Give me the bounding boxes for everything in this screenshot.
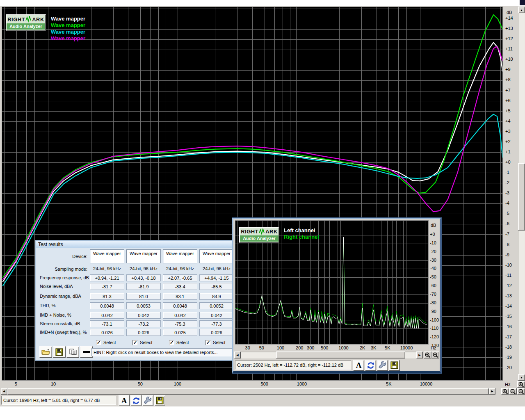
horizontal-scrollbar[interactable]: ◀ ▶ xyxy=(1,388,495,395)
y-tick-label: +4 xyxy=(505,119,511,124)
hz-axis-strip: 305010020030050010002K3K5K10000 xyxy=(235,345,429,351)
metric-value[interactable]: -73.2 xyxy=(126,320,161,327)
font-button[interactable]: A xyxy=(119,395,130,406)
open-results-button[interactable] xyxy=(39,346,52,358)
device-row-label: Device: xyxy=(35,254,87,259)
metric-value[interactable]: +0.43, -0.18 xyxy=(126,274,161,281)
metric-value[interactable]: 0.042 xyxy=(163,312,197,319)
y-tick-label: -16 xyxy=(505,324,512,329)
scroll-left-button[interactable]: ◀ xyxy=(234,352,241,358)
y-tick-label: -15 xyxy=(505,314,512,319)
scroll-left-button[interactable]: ◀ xyxy=(1,388,7,395)
y-tick-label: -18 xyxy=(505,345,512,350)
scroll-right-button[interactable]: ▶ xyxy=(489,388,495,395)
metric-value[interactable]: -85.5 xyxy=(199,283,234,290)
select-checkbox[interactable]: ✓ xyxy=(205,340,211,345)
horizontal-scrollbar[interactable]: ◀ ▶ xyxy=(234,352,423,358)
scroll-right-button[interactable]: ▶ xyxy=(416,352,423,358)
metric-value[interactable]: 81.3 xyxy=(90,293,124,300)
floppy-icon xyxy=(156,397,164,404)
x-tick-label: 10000 xyxy=(420,381,433,387)
y-tick-label: +7 xyxy=(505,88,511,93)
metric-label: IMD + Noise, % xyxy=(40,313,71,317)
refresh-button[interactable] xyxy=(130,395,142,406)
y-tick-label: -4 xyxy=(505,201,509,206)
test-results-titlebar[interactable]: Test results xyxy=(36,241,235,248)
vertical-zoom-in-button[interactable] xyxy=(517,381,525,388)
horizontal-scrollbar-thumb[interactable] xyxy=(7,388,489,395)
metric-value[interactable]: 0.026 xyxy=(126,329,161,336)
metric-value[interactable]: +0.94, -1.21 xyxy=(90,274,124,281)
metric-value[interactable]: 0.025 xyxy=(163,329,197,336)
metric-value[interactable]: -77.3 xyxy=(199,320,234,327)
settings-button[interactable] xyxy=(377,360,388,371)
metric-value[interactable]: -75.3 xyxy=(163,320,197,327)
metric-value[interactable]: 0.0052 xyxy=(199,302,234,309)
y-tick-label: +3 xyxy=(505,129,511,134)
x-tick-label: 3K xyxy=(371,345,376,351)
arrow-right-icon: ▶ xyxy=(418,354,420,357)
refresh-button[interactable] xyxy=(365,360,376,371)
copy-report-button[interactable] xyxy=(66,346,79,358)
save-button[interactable] xyxy=(154,395,165,406)
horizontal-scrollbar-thumb[interactable] xyxy=(276,352,405,358)
metric-value[interactable]: 0.026 xyxy=(90,329,124,336)
metric-value[interactable]: +2.07, -0.65 xyxy=(163,274,197,281)
select-checkbox-label: Select xyxy=(103,340,116,345)
cursor-readout: Cursor: 19984 Hz, left = 5.81 dB, right … xyxy=(1,396,116,405)
y-tick-label: -2 xyxy=(505,180,509,185)
vertical-scrollbar-thumb[interactable] xyxy=(518,163,525,231)
select-checkbox[interactable]: ✓ xyxy=(132,340,138,345)
metric-value[interactable]: 0.042 xyxy=(199,312,234,319)
save-button[interactable] xyxy=(389,360,400,371)
spectrum-legend: Left channelRight channel xyxy=(284,227,319,240)
hint-text: HINT: Right-click on result boxes to vie… xyxy=(91,348,233,356)
metric-value[interactable]: 0.0053 xyxy=(126,302,161,309)
floppy-icon xyxy=(55,348,63,356)
horizontal-zoom-out-button[interactable] xyxy=(431,352,439,358)
metric-value[interactable]: 0.042 xyxy=(126,312,161,319)
horizontal-zoom-out-button[interactable] xyxy=(509,388,517,395)
y-tick-label: -5 xyxy=(505,211,509,216)
device-input[interactable]: Wave mapper xyxy=(126,249,161,263)
y-tick-label: +12 xyxy=(505,36,513,41)
metric-value[interactable]: +4.94, -1.15 xyxy=(199,274,234,281)
wrench-icon xyxy=(379,361,387,370)
y-tick-label: -1 xyxy=(505,170,509,175)
select-checkbox[interactable]: ✓ xyxy=(96,340,101,345)
y-tick-label: -8 xyxy=(505,242,509,247)
horizontal-zoom-in-button[interactable] xyxy=(501,388,509,395)
logo-subtitle: Audio Analyzer xyxy=(7,23,45,30)
vertical-scrollbar[interactable]: ▲ ▼ xyxy=(518,7,525,381)
metric-label: THD, % xyxy=(40,303,56,308)
save-results-button[interactable] xyxy=(53,346,66,358)
settings-button[interactable] xyxy=(142,395,153,406)
metric-value[interactable]: 84.9 xyxy=(199,293,234,300)
vertical-zoom-out-button[interactable] xyxy=(517,388,525,395)
metric-value[interactable]: 83.1 xyxy=(163,293,197,300)
logo-text-right: ARK xyxy=(32,16,44,23)
metric-value[interactable]: -73.1 xyxy=(90,320,124,327)
legend-entry: Wave mapper xyxy=(51,16,85,22)
device-input[interactable]: Wave mapper xyxy=(90,249,124,263)
font-button[interactable]: A xyxy=(353,360,364,371)
x-tick-label: 50 xyxy=(259,345,264,351)
metric-value[interactable]: -83.4 xyxy=(163,283,197,290)
metric-value[interactable]: 0.0048 xyxy=(163,302,197,309)
metric-value[interactable]: -81.7 xyxy=(90,283,124,290)
device-input[interactable]: Wave mapper xyxy=(163,249,197,263)
x-tick-label: 500 xyxy=(261,381,268,387)
metric-value[interactable]: 0.042 xyxy=(90,312,124,319)
metric-value[interactable]: 0.0048 xyxy=(90,302,124,309)
device-input[interactable]: Wave mapper xyxy=(199,249,234,263)
scroll-down-button[interactable]: ▼ xyxy=(518,374,525,381)
select-checkbox[interactable]: ✓ xyxy=(169,340,174,345)
metric-value[interactable]: 0.026 xyxy=(199,329,234,336)
metric-value[interactable]: 81.0 xyxy=(126,293,161,300)
logo-subtitle: Audio Analyzer xyxy=(240,235,278,242)
horizontal-zoom-in-button[interactable] xyxy=(424,352,431,358)
remove-column-button[interactable] xyxy=(80,346,93,358)
y-tick-label: +2 xyxy=(505,139,511,144)
metric-value[interactable]: -81.9 xyxy=(126,283,161,290)
scroll-up-button[interactable]: ▲ xyxy=(518,7,525,13)
